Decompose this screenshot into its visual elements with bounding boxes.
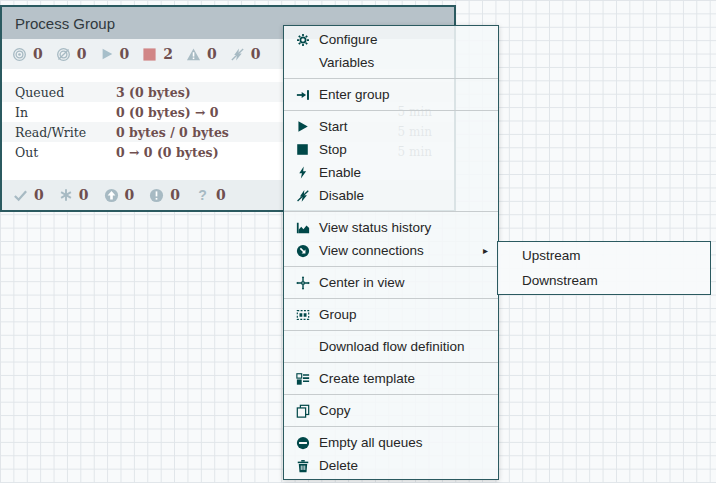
status-history-icon xyxy=(294,221,311,235)
menu-item-label: Download flow definition xyxy=(319,339,465,354)
locally-modified-stale-stat: 0 xyxy=(149,187,180,203)
sync-failure-stat: ? 0 xyxy=(195,187,226,203)
submenu-item-label: Downstream xyxy=(522,273,598,288)
menu-item-delete[interactable]: Delete xyxy=(284,454,498,477)
running-stat: 0 xyxy=(100,46,130,62)
menu-item-copy[interactable]: Copy xyxy=(284,399,498,422)
running-icon xyxy=(100,47,114,61)
menu-item-label: Enter group xyxy=(319,87,390,102)
copy-icon xyxy=(294,404,311,418)
menu-item-label: Start xyxy=(319,119,348,134)
invalid-icon xyxy=(186,47,201,62)
stopped-stat: 2 xyxy=(142,46,173,62)
center-view-icon xyxy=(294,276,311,290)
menu-separator xyxy=(284,394,498,395)
menu-separator xyxy=(284,298,498,299)
locally-modified-icon xyxy=(59,188,73,202)
menu-item-label: Variables xyxy=(319,55,374,70)
minus-circle-icon xyxy=(294,436,311,450)
menu-separator xyxy=(284,211,498,212)
template-icon xyxy=(294,372,311,386)
menu-item-label: View status history xyxy=(319,220,431,235)
menu-item-label: Empty all queues xyxy=(319,435,423,450)
menu-item-label: Disable xyxy=(319,188,364,203)
menu-item-center-in-view[interactable]: Center in view xyxy=(284,271,498,294)
submenu-arrow-icon: ▸ xyxy=(483,245,488,256)
menu-separator xyxy=(284,362,498,363)
menu-item-configure[interactable]: Configure xyxy=(284,28,498,51)
disabled-icon xyxy=(230,47,245,62)
menu-separator xyxy=(284,426,498,427)
stale-stat: 0 xyxy=(104,187,135,203)
gear-icon xyxy=(294,33,311,47)
menu-item-view-connections[interactable]: View connections ▸ xyxy=(284,239,498,262)
submenu-item-downstream[interactable]: Downstream xyxy=(498,268,710,293)
locally-modified-stale-icon xyxy=(149,188,164,203)
transmitting-stat: 0 xyxy=(12,46,43,62)
stale-icon xyxy=(104,188,119,203)
group-icon xyxy=(294,308,311,322)
connections-icon xyxy=(294,244,311,258)
menu-item-label: Stop xyxy=(319,142,347,157)
menu-separator xyxy=(284,110,498,111)
locally-modified-stat: 0 xyxy=(59,187,89,203)
invalid-stat: 0 xyxy=(186,46,217,62)
menu-item-view-status-history[interactable]: View status history xyxy=(284,216,498,239)
menu-item-label: Configure xyxy=(319,32,378,47)
menu-item-variables[interactable]: Variables xyxy=(284,51,498,74)
disabled-stat: 0 xyxy=(230,46,261,62)
menu-separator xyxy=(284,330,498,331)
menu-item-start[interactable]: Start xyxy=(284,115,498,138)
menu-item-stop[interactable]: Stop xyxy=(284,138,498,161)
menu-item-label: Center in view xyxy=(319,275,405,290)
up-to-date-stat: 0 xyxy=(13,187,44,203)
submenu-item-label: Upstream xyxy=(522,248,581,263)
menu-item-label: Group xyxy=(319,307,357,322)
stopped-icon xyxy=(142,47,157,62)
menu-item-label: Delete xyxy=(319,458,358,473)
submenu-item-upstream[interactable]: Upstream xyxy=(498,243,710,268)
enter-group-icon xyxy=(294,88,311,102)
menu-separator xyxy=(284,266,498,267)
process-group-title: Process Group xyxy=(15,15,115,32)
not-transmitting-icon xyxy=(56,47,71,62)
play-icon xyxy=(294,120,311,133)
menu-item-enable[interactable]: Enable xyxy=(284,161,498,184)
trash-icon xyxy=(294,459,311,473)
up-to-date-icon xyxy=(13,188,28,203)
sync-failure-icon: ? xyxy=(195,188,210,203)
stop-icon xyxy=(294,143,311,156)
menu-item-disable[interactable]: Disable xyxy=(284,184,498,207)
menu-item-label: Create template xyxy=(319,371,415,386)
view-connections-submenu: Upstream Downstream xyxy=(497,241,711,295)
context-menu: Configure Variables Enter group Start St… xyxy=(283,25,499,480)
transmitting-icon xyxy=(12,47,27,62)
bolt-icon xyxy=(294,166,311,179)
menu-item-label: Copy xyxy=(319,403,351,418)
svg-text:?: ? xyxy=(198,188,207,203)
menu-item-group[interactable]: Group xyxy=(284,303,498,326)
menu-item-label: Enable xyxy=(319,165,361,180)
menu-item-label: View connections xyxy=(319,243,424,258)
nifi-canvas[interactable]: { "canvas": { "background": "#f8fafb", "… xyxy=(0,0,716,483)
menu-item-enter-group[interactable]: Enter group xyxy=(284,83,498,106)
menu-item-create-template[interactable]: Create template xyxy=(284,367,498,390)
bolt-slash-icon xyxy=(294,189,311,203)
menu-item-empty-all-queues[interactable]: Empty all queues xyxy=(284,431,498,454)
not-transmitting-stat: 0 xyxy=(56,46,87,62)
menu-separator xyxy=(284,78,498,79)
menu-item-download-flow-definition[interactable]: Download flow definition xyxy=(284,335,498,358)
